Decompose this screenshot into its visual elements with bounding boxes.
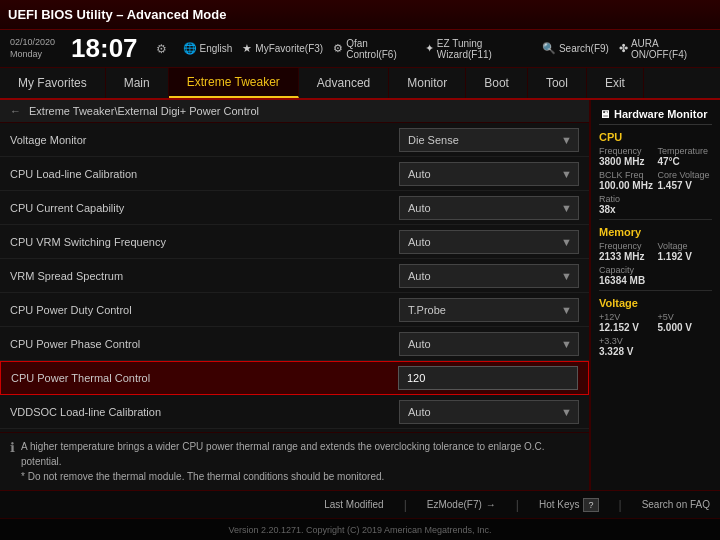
search-faq-button[interactable]: Search on FAQ: [642, 499, 710, 510]
nav-my-favorites[interactable]: My Favorites: [0, 68, 106, 98]
hardware-monitor-title: 🖥 Hardware Monitor: [599, 104, 712, 125]
hw-12v-label: +12V 12.152 V: [599, 312, 654, 333]
shortcut-eztuning[interactable]: ✦ EZ Tuning Wizard(F11): [425, 38, 532, 60]
wizard-icon: ✦: [425, 42, 434, 55]
hw-mem-freq-label: Frequency 2133 MHz: [599, 241, 654, 262]
setting-vrm-spread-spectrum: VRM Spread Spectrum Auto ▼: [0, 259, 589, 293]
hw-corevolt-label: Core Voltage 1.457 V: [658, 170, 713, 191]
nav-extreme-tweaker[interactable]: Extreme Tweaker: [169, 68, 299, 98]
cpu-vrm-dropdown[interactable]: Auto ▼: [399, 230, 579, 254]
main-area: ← Extreme Tweaker\External Digi+ Power C…: [0, 100, 720, 490]
cpu-power-duty-dropdown[interactable]: T.Probe ▼: [399, 298, 579, 322]
setting-cpu-power-duty: CPU Power Duty Control T.Probe ▼: [0, 293, 589, 327]
last-modified-label: Last Modified: [324, 499, 383, 510]
shortcuts-bar: 🌐 English ★ MyFavorite(F3) ⚙ Qfan Contro…: [183, 38, 710, 60]
cpu-thermal-input[interactable]: [398, 366, 578, 390]
settings-icon[interactable]: ⚙: [156, 42, 167, 56]
back-arrow-icon[interactable]: ←: [10, 105, 21, 117]
hw-cpu-grid: Frequency 3800 MHz Temperature 47°C BCLK…: [599, 146, 712, 215]
chevron-down-icon: ▼: [561, 338, 572, 350]
hw-mem-volt-label: Voltage 1.192 V: [658, 241, 713, 262]
hw-voltage-section: Voltage: [599, 297, 712, 309]
hw-ratio-label: Ratio 38x: [599, 194, 654, 215]
bios-title: UEFI BIOS Utility – Advanced Mode: [8, 7, 712, 22]
nav-exit[interactable]: Exit: [587, 68, 644, 98]
hw-cpu-freq-label: Frequency 3800 MHz: [599, 146, 654, 167]
nav-main[interactable]: Main: [106, 68, 169, 98]
left-panel: ← Extreme Tweaker\External Digi+ Power C…: [0, 100, 590, 490]
hw-memory-grid: Frequency 2133 MHz Voltage 1.192 V Capac…: [599, 241, 712, 286]
title-bar: UEFI BIOS Utility – Advanced Mode: [0, 0, 720, 30]
chevron-down-icon: ▼: [561, 304, 572, 316]
date-display: 02/10/2020 Monday: [10, 37, 55, 60]
setting-cpu-power-phase: CPU Power Phase Control Auto ▼: [0, 327, 589, 361]
hw-bclk-label: BCLK Freq 100.00 MHz: [599, 170, 654, 191]
setting-cpu-vrm-switching: CPU VRM Switching Frequency Auto ▼: [0, 225, 589, 259]
voltage-monitor-dropdown[interactable]: Die Sense ▼: [399, 128, 579, 152]
hw-cpu-section: CPU: [599, 131, 712, 143]
chevron-down-icon: ▼: [561, 168, 572, 180]
vrm-spread-dropdown[interactable]: Auto ▼: [399, 264, 579, 288]
setting-cpu-power-thermal: CPU Power Thermal Control: [0, 361, 589, 395]
nav-boot[interactable]: Boot: [466, 68, 528, 98]
clock-display: 18:07: [71, 33, 138, 64]
ezmode-button[interactable]: EzMode(F7) →: [427, 499, 496, 510]
fan-icon: ⚙: [333, 42, 343, 55]
nav-tool[interactable]: Tool: [528, 68, 587, 98]
cpu-loadline-dropdown[interactable]: Auto ▼: [399, 162, 579, 186]
hardware-monitor-panel: 🖥 Hardware Monitor CPU Frequency 3800 MH…: [590, 100, 720, 490]
shortcut-aura[interactable]: ✤ AURA ON/OFF(F4): [619, 38, 710, 60]
chevron-down-icon: ▼: [561, 406, 572, 418]
chevron-down-icon: ▼: [561, 236, 572, 248]
hw-memory-section: Memory: [599, 226, 712, 238]
monitor-icon: 🖥: [599, 108, 610, 120]
setting-cpu-loadline: CPU Load-line Calibration Auto ▼: [0, 157, 589, 191]
hw-33v-label: +3.3V 3.328 V: [599, 336, 654, 357]
info-text: A higher temperature brings a wider CPU …: [21, 439, 579, 484]
hotkeys-button[interactable]: Hot Keys ?: [539, 498, 599, 512]
chevron-down-icon: ▼: [561, 202, 572, 214]
chevron-down-icon: ▼: [561, 270, 572, 282]
breadcrumb: ← Extreme Tweaker\External Digi+ Power C…: [0, 100, 589, 123]
nav-monitor[interactable]: Monitor: [389, 68, 466, 98]
shortcut-english[interactable]: 🌐 English: [183, 42, 233, 55]
chevron-down-icon: ▼: [561, 134, 572, 146]
shortcut-myfavorite[interactable]: ★ MyFavorite(F3): [242, 42, 323, 55]
settings-list: Voltage Monitor Die Sense ▼ CPU Load-lin…: [0, 123, 589, 432]
status-bar: Last Modified | EzMode(F7) → | Hot Keys …: [0, 490, 720, 518]
vddsoc-loadline-dropdown[interactable]: Auto ▼: [399, 400, 579, 424]
footer: Version 2.20.1271. Copyright (C) 2019 Am…: [0, 518, 720, 540]
search-icon: 🔍: [542, 42, 556, 55]
info-icon: ℹ: [10, 440, 15, 484]
datetime-bar: 02/10/2020 Monday 18:07 ⚙ 🌐 English ★ My…: [0, 30, 720, 68]
hw-mem-capacity-label: Capacity 16384 MB: [599, 265, 654, 286]
hw-cpu-temp-label: Temperature 47°C: [658, 146, 713, 167]
nav-bar: My Favorites Main Extreme Tweaker Advanc…: [0, 68, 720, 100]
nav-advanced[interactable]: Advanced: [299, 68, 389, 98]
info-box: ℹ A higher temperature brings a wider CP…: [0, 432, 589, 490]
aura-icon: ✤: [619, 42, 628, 55]
setting-voltage-monitor: Voltage Monitor Die Sense ▼: [0, 123, 589, 157]
favorite-icon: ★: [242, 42, 252, 55]
hotkeys-key-badge: ?: [583, 498, 598, 512]
cpu-power-phase-dropdown[interactable]: Auto ▼: [399, 332, 579, 356]
shortcut-qfan[interactable]: ⚙ Qfan Control(F6): [333, 38, 415, 60]
cpu-current-capability-dropdown[interactable]: Auto ▼: [399, 196, 579, 220]
shortcut-search[interactable]: 🔍 Search(F9): [542, 42, 609, 55]
setting-vddsoc-loadline: VDDSOC Load-line Calibration Auto ▼: [0, 395, 589, 429]
hw-5v-label: +5V 5.000 V: [658, 312, 713, 333]
hw-voltage-grid: +12V 12.152 V +5V 5.000 V +3.3V 3.328 V: [599, 312, 712, 357]
language-icon: 🌐: [183, 42, 197, 55]
setting-cpu-current-capability: CPU Current Capability Auto ▼: [0, 191, 589, 225]
